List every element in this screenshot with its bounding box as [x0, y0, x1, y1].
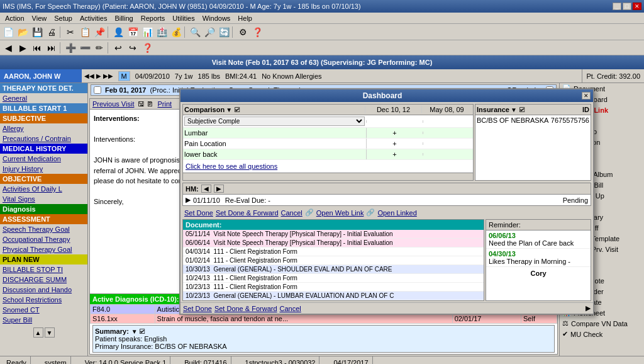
doc-row-3[interactable]: 04/03/14 111 - Client Registration Form — [183, 247, 484, 256]
print-link[interactable]: Print — [158, 100, 172, 108]
menu-windows[interactable]: Windows — [199, 14, 235, 23]
reminder-row-1[interactable]: 06/06/13 Need the Plan of Care back — [486, 230, 591, 249]
minimize-button[interactable]: _ — [613, 3, 621, 10]
nav-last[interactable]: ⏭ — [45, 41, 58, 55]
undo-btn[interactable]: ↩ — [111, 41, 125, 55]
sidebar-medical-history[interactable]: MEDICAL HISTORY — [0, 144, 87, 154]
sidebar-assessment[interactable]: ASSESSMENT — [0, 214, 87, 224]
doc-row-5[interactable]: 10/30/13 General (GENERAL) - SHOULDER EV… — [183, 265, 484, 274]
chart-btn[interactable]: 📊 — [140, 25, 154, 39]
calendar-btn[interactable]: 📅 — [126, 25, 140, 39]
nav-fwd[interactable]: ▶ — [16, 41, 30, 55]
sidebar-pt-goal[interactable]: Physical Therapy Goal — [0, 244, 87, 254]
sidebar-diagnosis[interactable]: Diagnosis — [0, 204, 87, 214]
menu-setup[interactable]: Setup — [50, 14, 76, 23]
sidebar-billable-stop[interactable]: BILLABLE STOP TI — [0, 264, 87, 275]
set-done-fwd-btn[interactable]: Set Done & Forward — [216, 209, 279, 217]
print-btn[interactable]: 🖨 — [45, 25, 58, 39]
edit-btn[interactable]: ✏ — [92, 41, 106, 55]
reminder-row-2[interactable]: 04/30/13 Likes Therapy in Morning - — [486, 249, 591, 267]
menu-action[interactable]: Action — [1, 14, 28, 23]
sidebar-snomed[interactable]: Snomed CT — [0, 305, 87, 315]
hm-nav-fwd[interactable]: ▶ — [214, 185, 224, 193]
sidebar-therapy-note[interactable]: THERAPY NOTE DET. — [0, 83, 87, 93]
redo-btn[interactable]: ↪ — [126, 41, 140, 55]
patient-btn[interactable]: 👤 — [111, 25, 125, 39]
sidebar-speech-goal[interactable]: Speech Therapy Goal — [0, 224, 87, 234]
set-done-btn[interactable]: Set Done — [184, 209, 213, 217]
doc-row-6[interactable]: 10/24/13 111 - Client Registration Form — [183, 274, 484, 283]
doc-row-4[interactable]: 01/02/14 111 - Client Registration Form — [183, 256, 484, 265]
right-compare-vn[interactable]: ⚖ Compare VN Data — [560, 318, 644, 329]
nav-back[interactable]: ◀ — [1, 41, 15, 55]
hm-nav-back[interactable]: ◀ — [201, 185, 211, 193]
sidebar-objective[interactable]: OBJECTIVE — [0, 174, 87, 184]
sidebar-current-med[interactable]: Current Medication — [0, 154, 87, 164]
sidebar-adl[interactable]: Activities Of Daily L — [0, 184, 87, 194]
sidebar-discharge[interactable]: DISCHARGE SUMM — [0, 275, 87, 285]
search-btn[interactable]: 🔍 — [188, 25, 202, 39]
nav-first[interactable]: ⏮ — [30, 41, 44, 55]
dashboard-close[interactable]: ✕ — [582, 92, 591, 100]
subjective-dropdown[interactable]: Subjective Comple — [184, 117, 365, 126]
help-btn-toolbar[interactable]: ❓ — [250, 25, 264, 39]
new-btn[interactable]: 📄 — [1, 25, 15, 39]
comp-val2-4 — [423, 153, 473, 156]
maximize-button[interactable]: □ — [623, 3, 631, 10]
sidebar-plan[interactable]: PLAN NEW — [0, 254, 87, 264]
sidebar-injury-history[interactable]: Injury History — [0, 164, 87, 174]
menu-billing[interactable]: Billing — [111, 14, 136, 23]
menu-help[interactable]: Help — [234, 14, 256, 23]
sidebar-up[interactable]: ▲ — [33, 327, 43, 338]
prev-visit-link[interactable]: Previous Visit — [92, 100, 134, 108]
save-btn[interactable]: 💾 — [30, 25, 44, 39]
menu-view[interactable]: View — [28, 14, 51, 23]
cancel-btn[interactable]: Cancel — [281, 209, 303, 217]
sidebar-billable-start[interactable]: BILLABLE START 1 — [0, 103, 87, 113]
doc-row-9[interactable]: 10/15/13 Not Assigned - Child Adolescent… — [183, 300, 484, 301]
sidebar-precautions[interactable]: Precautions / Contrain — [0, 134, 87, 144]
right-mu-check[interactable]: ✔ MU Check — [560, 329, 644, 339]
menu-utilities[interactable]: Utilities — [169, 14, 198, 23]
copy-btn[interactable]: 📋 — [78, 25, 92, 39]
doc-set-fwd[interactable]: Set Done & Forward — [214, 305, 277, 312]
settings-btn[interactable]: ⚙ — [236, 25, 250, 39]
doc-cancel[interactable]: Cancel — [280, 305, 301, 312]
date-checkbox[interactable] — [94, 86, 101, 94]
open-btn[interactable]: 📂 — [16, 25, 30, 39]
sidebar-vital-signs[interactable]: Vital Signs — [0, 194, 87, 204]
sidebar-down[interactable]: ▼ — [45, 327, 55, 338]
filter-btn[interactable]: 🔎 — [203, 25, 216, 39]
comparison-scrollbar[interactable] — [183, 173, 473, 180]
patient-name[interactable]: AARON, JOHN W — [0, 69, 82, 82]
menu-activities[interactable]: Activities — [76, 14, 111, 23]
help2-btn[interactable]: ❓ — [140, 41, 154, 55]
small-arrows[interactable]: ◀◀ ▶ ▶▶ — [84, 72, 113, 79]
doc-scroll-right[interactable]: ▶ — [586, 304, 591, 312]
sidebar-super-bill[interactable]: Super Bill — [0, 315, 87, 325]
insurance-btn[interactable]: 🏥 — [155, 25, 169, 39]
bill-btn[interactable]: 💰 — [169, 25, 183, 39]
refresh-btn[interactable]: 🔄 — [217, 25, 231, 39]
doc-row-2[interactable]: 06/06/14 Visit Note Speech Therapy [Phys… — [183, 239, 484, 247]
add-row[interactable]: ➕ — [64, 41, 77, 55]
doc-set-done[interactable]: Set Done — [183, 305, 212, 312]
doc-row-1[interactable]: 05/11/14 Visit Note Speech Therapy [Phys… — [183, 230, 484, 239]
sidebar-subjective[interactable]: SUBJECTIVE — [0, 113, 87, 123]
sidebar-discussion[interactable]: Discussion and Hando — [0, 285, 87, 295]
close-button[interactable]: ✕ — [633, 3, 641, 10]
doc-row-8[interactable]: 10/23/13 General (GENERAL) - LUMBAR EVAL… — [183, 292, 484, 300]
del-row[interactable]: ➖ — [78, 41, 92, 55]
diag-row-2[interactable]: S16.1xx Strain of muscle, fascia and ten… — [91, 314, 557, 324]
click-questions-link[interactable]: Click here to see all questions — [186, 162, 277, 170]
paste-btn[interactable]: 📌 — [92, 25, 106, 39]
sidebar-ot[interactable]: Occupational Therapy — [0, 234, 87, 244]
doc-row-7[interactable]: 10/23/13 111 - Client Registration Form — [183, 283, 484, 292]
open-linked-btn[interactable]: Open Linked — [377, 209, 416, 217]
open-web-btn[interactable]: Open Web Link — [316, 209, 364, 217]
menu-reports[interactable]: Reports — [137, 14, 169, 23]
sidebar-general[interactable]: General — [0, 93, 87, 103]
cut-btn[interactable]: ✂ — [64, 25, 77, 39]
sidebar-school[interactable]: School Restrictions — [0, 295, 87, 305]
sidebar-allergy[interactable]: Allergy — [0, 123, 87, 134]
